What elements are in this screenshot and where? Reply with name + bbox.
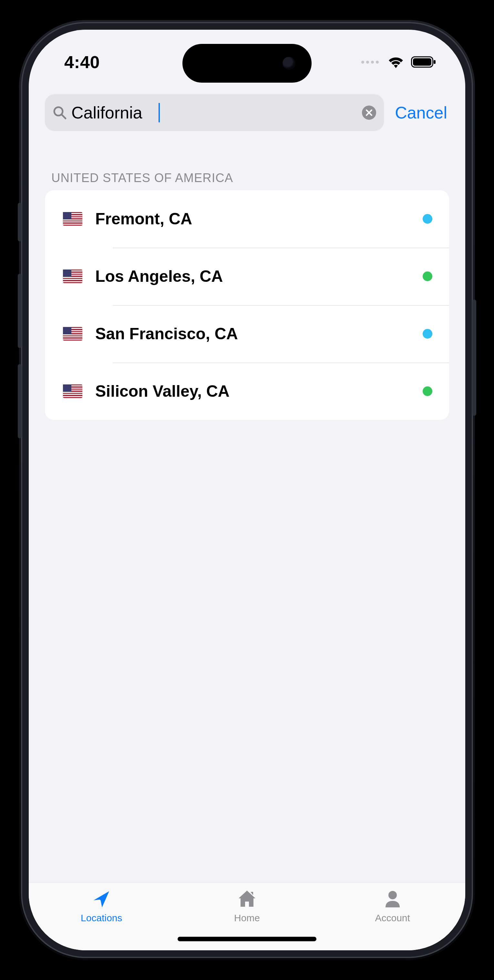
list-item[interactable]: San Francisco, CA [45, 305, 449, 363]
flag-icon-us [63, 327, 82, 340]
svg-line-4 [62, 115, 65, 118]
location-arrow-icon [90, 887, 113, 911]
search-header: Cancel [29, 94, 465, 142]
svg-rect-2 [433, 60, 435, 64]
dynamic-island [182, 44, 312, 83]
clear-search-button[interactable] [362, 105, 376, 120]
flag-icon-us [63, 269, 82, 283]
cellular-dots-icon [361, 61, 379, 64]
search-field[interactable] [45, 94, 384, 131]
list-item[interactable]: Los Angeles, CA [45, 248, 449, 305]
status-dot [423, 387, 432, 396]
person-icon [381, 887, 404, 911]
screen: 4:40 [29, 30, 465, 950]
list-item[interactable]: Silicon Valley, CA [45, 363, 449, 420]
tab-label: Locations [81, 913, 122, 924]
location-name: Silicon Valley, CA [95, 382, 410, 401]
list-item[interactable]: Fremont, CA [45, 190, 449, 248]
status-dot [423, 272, 432, 281]
results-card: Fremont, CA Los Angeles, CA San Francisc… [45, 190, 449, 420]
section-header: UNITED STATES OF AMERICA [45, 159, 449, 190]
status-dot [423, 214, 432, 224]
tab-account[interactable]: Account [320, 887, 465, 924]
location-name: San Francisco, CA [95, 325, 410, 343]
side-button-volume-down [18, 364, 22, 438]
search-icon [53, 105, 67, 120]
tab-locations[interactable]: Locations [29, 887, 174, 924]
location-name: Fremont, CA [95, 210, 410, 228]
status-dot [423, 329, 432, 339]
tab-label: Account [375, 913, 410, 924]
home-icon [235, 887, 259, 911]
flag-icon-us [63, 212, 82, 226]
svg-point-5 [389, 891, 397, 899]
search-input[interactable] [71, 103, 357, 123]
flag-icon-us [63, 385, 82, 398]
location-name: Los Angeles, CA [95, 267, 410, 286]
tab-home[interactable]: Home [175, 887, 319, 924]
content-area[interactable]: UNITED STATES OF AMERICA Fremont, CA Los… [29, 142, 465, 883]
cancel-button[interactable]: Cancel [393, 103, 449, 123]
tab-label: Home [234, 913, 260, 924]
battery-icon [411, 56, 436, 68]
side-button-volume-up [18, 274, 22, 348]
home-indicator[interactable] [178, 937, 316, 941]
wifi-icon [388, 56, 404, 68]
status-right [361, 56, 436, 68]
side-button-power [472, 299, 476, 416]
phone-frame: 4:40 [21, 22, 473, 958]
side-button-silence [18, 203, 22, 242]
status-time: 4:40 [64, 52, 100, 72]
close-icon [365, 109, 373, 116]
svg-rect-1 [413, 59, 431, 66]
text-caret [159, 103, 160, 123]
